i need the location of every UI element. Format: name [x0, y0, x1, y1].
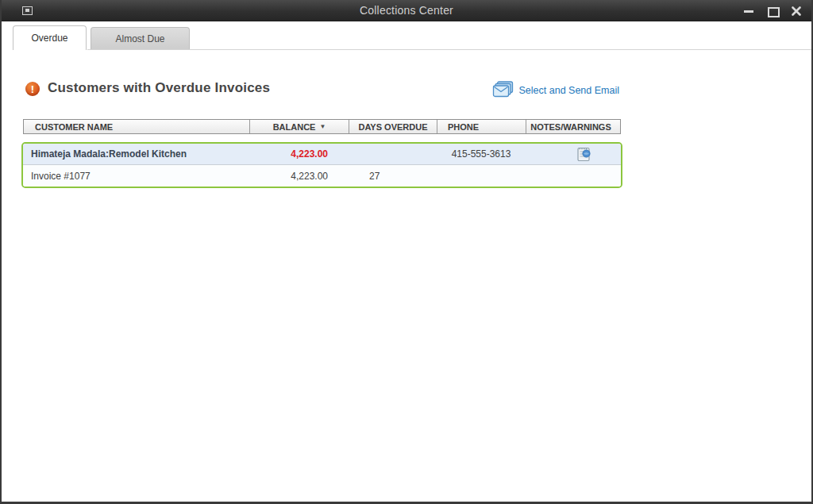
- sort-descending-icon: ▼: [319, 123, 326, 130]
- customer-name: Himateja Madala:Remodel Kitchen: [23, 148, 249, 160]
- close-icon: [792, 6, 801, 16]
- minimize-button[interactable]: [743, 6, 754, 17]
- table-header: CUSTOMER NAME BALANCE ▼ DAYS OVERDUE PHO…: [23, 119, 621, 134]
- selected-customer-group: Himateja Madala:Remodel Kitchen 4,223.00…: [21, 142, 622, 188]
- overdue-alert-icon: !: [25, 82, 40, 96]
- invoice-name: Invoice #1077: [23, 171, 249, 182]
- collections-center-window: Collections Center Overdue Almost Due ! …: [0, 0, 813, 504]
- invoice-row[interactable]: Invoice #1077 4,223.00 27: [23, 165, 621, 187]
- invoice-balance: 4,223.00: [249, 171, 349, 182]
- close-button[interactable]: [791, 6, 802, 17]
- customer-phone: 415-555-3613: [437, 148, 526, 160]
- titlebar: Collections Center: [0, 0, 813, 21]
- customer-notes-cell: [526, 147, 615, 162]
- overdue-invoices-table: CUSTOMER NAME BALANCE ▼ DAYS OVERDUE PHO…: [23, 119, 621, 188]
- invoice-days-overdue: 27: [349, 171, 437, 182]
- page-title: Customers with Overdue Invoices: [48, 80, 270, 96]
- column-header-days-overdue[interactable]: DAYS OVERDUE: [349, 120, 437, 133]
- column-header-notes-warnings[interactable]: NOTES/WARNINGS: [526, 120, 615, 133]
- column-header-customer-name[interactable]: CUSTOMER NAME: [24, 120, 250, 133]
- column-header-balance[interactable]: BALANCE ▼: [250, 120, 349, 133]
- tab-overdue[interactable]: Overdue: [13, 25, 87, 50]
- window-title: Collections Center: [0, 4, 813, 17]
- tab-overdue-label: Overdue: [31, 33, 67, 44]
- email-link-label: Select and Send Email: [519, 85, 619, 96]
- tab-bar: Overdue Almost Due: [2, 21, 811, 50]
- select-and-send-email-link[interactable]: Select and Send Email: [492, 81, 619, 99]
- window-controls: [743, 0, 802, 21]
- customer-balance: 4,223.00: [249, 148, 349, 160]
- email-icon: [492, 81, 514, 99]
- heading-row: ! Customers with Overdue Invoices Select…: [25, 79, 788, 102]
- customer-row[interactable]: Himateja Madala:Remodel Kitchen 4,223.00…: [23, 144, 621, 165]
- tab-almost-due[interactable]: Almost Due: [91, 27, 190, 50]
- tab-almost-due-label: Almost Due: [115, 33, 164, 44]
- notes-icon[interactable]: [576, 147, 592, 162]
- column-header-phone[interactable]: PHONE: [437, 120, 526, 133]
- maximize-button[interactable]: [767, 6, 778, 17]
